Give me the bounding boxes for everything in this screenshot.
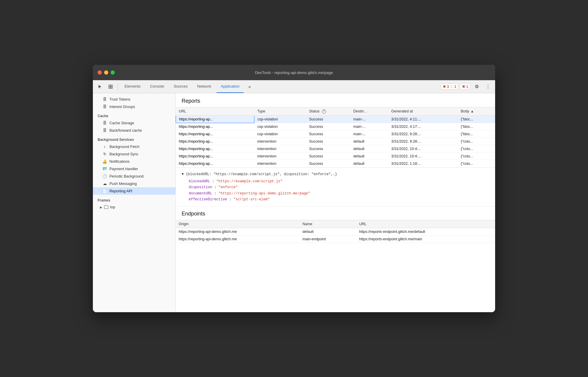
ep-col-url: URL: [356, 220, 495, 228]
col-header-url: URL: [176, 107, 254, 116]
maximize-button[interactable]: [111, 70, 115, 75]
sidebar-label-background-sync: Background Sync: [109, 152, 138, 156]
sidebar: 🗄 Trust Tokens 🗄 Interest Groups Cache 🗄…: [93, 93, 176, 312]
warning-icon: ⚠: [450, 84, 453, 89]
sidebar-item-payment-handler[interactable]: 🪪 Payment Handler: [93, 165, 175, 173]
sidebar-label-payment-handler: Payment Handler: [109, 167, 138, 171]
back-forward-cache-icon: 🗄: [102, 128, 107, 133]
reports-table-row[interactable]: https://reporting-ap...csp-violationSucc…: [176, 115, 495, 123]
endpoints-title: Endpoints: [176, 206, 495, 220]
sidebar-item-reporting-api[interactable]: 📄 Reporting API: [93, 187, 175, 195]
sidebar-item-background-fetch[interactable]: ↕ Background Fetch: [93, 143, 175, 150]
svg-rect-2: [109, 87, 110, 88]
reports-table-header: URL Type Status ? Destin... Generated at…: [176, 107, 495, 116]
bg-sync-icon: ↻: [102, 152, 107, 156]
detail-value-3: "script-src-elem": [233, 197, 269, 202]
sidebar-item-push-messaging[interactable]: ☁ Push Messaging: [93, 180, 175, 187]
reports-table-row[interactable]: https://reporting-ap...interventionSucce…: [176, 152, 495, 160]
detail-key-3: effectiveDirective: [189, 197, 227, 202]
cache-storage-icon: 🗄: [102, 121, 107, 125]
error-icon: ✖: [443, 84, 446, 89]
sidebar-item-cache-storage[interactable]: 🗄 Cache Storage: [93, 119, 175, 127]
content-panel: Reports URL Type Status ? Destin... Gene…: [176, 93, 495, 312]
col-header-destin: Destin...: [350, 107, 388, 116]
sidebar-label-push-messaging: Push Messaging: [109, 182, 137, 186]
detail-key-2: documentURL: [189, 191, 212, 196]
reports-table-row[interactable]: https://reporting-ap...csp-violationSucc…: [176, 123, 495, 130]
tab-sources[interactable]: Sources: [169, 80, 192, 93]
endpoints-table-row[interactable]: https://reporting-api-demo.glitch.memain…: [176, 235, 495, 243]
main-content: 🗄 Trust Tokens 🗄 Interest Groups Cache 🗄…: [93, 93, 495, 312]
detail-value-2: "https://reporting-api-demo.glitch.me/pa…: [219, 191, 310, 196]
minimize-button[interactable]: [104, 70, 108, 75]
more-tabs-icon[interactable]: »: [245, 82, 254, 91]
sidebar-item-top-frame[interactable]: ▶ top: [93, 204, 175, 211]
detail-field-3: effectiveDirective : "script-src-elem": [182, 196, 489, 202]
sidebar-item-back-forward-cache[interactable]: 🗄 Back/forward cache: [93, 127, 175, 134]
sidebar-item-notifications[interactable]: 🔔 Notifications: [93, 158, 175, 165]
reports-title: Reports: [176, 93, 495, 107]
detail-field-0: blockedURL : "https://example.com/script…: [182, 178, 489, 184]
col-header-body: Body▲: [458, 107, 495, 116]
toolbar-right: ✖ 3 ⚠ 1 ✖ 1 ⚙ ⋮: [441, 82, 493, 91]
window-title: DevTools - reporting-api-demo.glitch.me/…: [255, 70, 333, 75]
tab-network[interactable]: Network: [193, 80, 216, 93]
sidebar-item-periodic-background[interactable]: 🕐 Periodic Background: [93, 173, 175, 180]
col-header-generated-at: Generated at: [388, 107, 458, 116]
ep-col-name: Name: [300, 220, 356, 228]
settings-icon[interactable]: ⚙: [472, 82, 482, 91]
reports-table-row[interactable]: https://reporting-ap...interventionSucce…: [176, 160, 495, 167]
col-header-status: Status ?: [306, 107, 350, 116]
info-error-icon: ✖: [462, 84, 465, 89]
bg-fetch-icon: ↕: [102, 144, 107, 149]
sidebar-label-notifications: Notifications: [109, 160, 130, 164]
inspect-icon[interactable]: [106, 82, 115, 91]
sidebar-item-trust-tokens[interactable]: 🗄 Trust Tokens: [93, 96, 175, 103]
payment-handler-icon: 🪪: [102, 167, 107, 171]
reports-table-row[interactable]: https://reporting-ap...interventionSucce…: [176, 145, 495, 152]
detail-key-0: blockedURL: [189, 179, 210, 183]
svg-rect-1: [111, 85, 112, 86]
more-options-icon[interactable]: ⋮: [483, 82, 493, 91]
tab-console[interactable]: Console: [146, 80, 168, 93]
sidebar-item-background-sync[interactable]: ↻ Background Sync: [93, 150, 175, 158]
frame-arrow-icon: ▶: [100, 206, 102, 209]
sidebar-label-trust-tokens: Trust Tokens: [109, 97, 130, 102]
background-services-label: Background Services: [93, 134, 175, 143]
detail-field-2: documentURL : "https://reporting-api-dem…: [182, 191, 489, 196]
endpoints-table-header: Origin Name URL: [176, 220, 495, 228]
sidebar-item-interest-groups[interactable]: 🗄 Interest Groups: [93, 103, 175, 110]
reports-section: Reports URL Type Status ? Destin... Gene…: [176, 93, 495, 206]
reports-table-row[interactable]: https://reporting-ap...csp-violationSucc…: [176, 130, 495, 138]
error-count: 3: [447, 85, 449, 89]
detail-summary: ▼ {blockedURL: "https://example.com/scri…: [182, 171, 489, 177]
svg-rect-3: [111, 87, 112, 88]
database-icon: 🗄: [102, 97, 107, 102]
error-badge[interactable]: ✖ 3 ⚠ 1: [441, 83, 458, 90]
cursor-icon[interactable]: [95, 82, 105, 91]
endpoints-table-row[interactable]: https://reporting-api-demo.glitch.medefa…: [176, 228, 495, 235]
sidebar-label-reporting-api: Reporting API: [109, 189, 132, 193]
detail-value-1: "enforce": [219, 185, 238, 189]
ep-col-origin: Origin: [176, 220, 300, 228]
endpoints-section: Endpoints Origin Name URL https://report…: [176, 206, 495, 243]
detail-key-1: disposition: [189, 185, 212, 189]
detail-field-1: disposition : "enforce": [182, 184, 489, 190]
tab-elements[interactable]: Elements: [120, 80, 145, 93]
info-count: 1: [466, 85, 468, 89]
sidebar-label-periodic-background: Periodic Background: [109, 174, 143, 178]
reports-table-row[interactable]: https://reporting-ap...interventionSucce…: [176, 138, 495, 145]
cache-section-label: Cache: [93, 110, 175, 119]
sort-arrow-icon: ▲: [470, 109, 474, 113]
toolbar-separator: [118, 83, 118, 90]
detail-value-0: "https://example.com/script.js": [217, 179, 282, 183]
toolbar: Elements Console Sources Network Applica…: [93, 80, 495, 93]
close-button[interactable]: [98, 70, 102, 75]
sidebar-label-back-forward-cache: Back/forward cache: [109, 128, 142, 133]
detail-panel: ▼ {blockedURL: "https://example.com/scri…: [176, 167, 495, 206]
tab-application[interactable]: Application: [217, 80, 244, 93]
info-badge[interactable]: ✖ 1: [460, 83, 470, 90]
sidebar-label-background-fetch: Background Fetch: [109, 145, 139, 149]
warning-count: 1: [454, 85, 456, 89]
status-info-icon[interactable]: ?: [322, 109, 326, 114]
